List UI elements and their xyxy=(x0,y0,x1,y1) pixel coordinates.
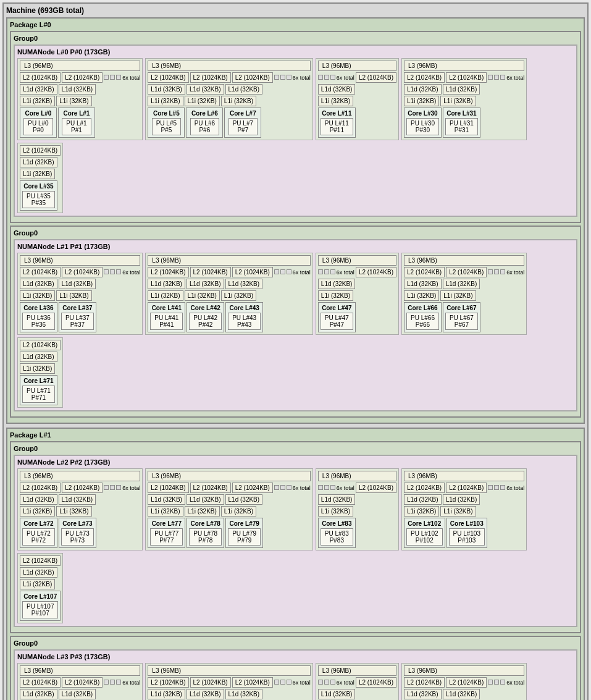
l1d-cache: L1d (32KB) xyxy=(318,689,356,699)
more-dots xyxy=(274,75,291,80)
group-title: Group0 xyxy=(14,639,577,647)
core-row: Core L#5PU L#5 P#5Core L#6PU L#6 P#6Core… xyxy=(148,108,311,138)
pu-box: PU L#73 P#73 xyxy=(61,528,94,546)
l1d-cache: L1d (32KB) xyxy=(225,689,263,699)
core-label: Core L#72 xyxy=(23,520,53,527)
core-label: Core L#6 xyxy=(191,110,218,117)
l3-cache: L3 (96MB) xyxy=(404,665,524,676)
core-label: Core L#79 xyxy=(229,520,259,527)
l3-cache: L3 (96MB) xyxy=(404,61,524,71)
pu-box: PU L#102 P#102 xyxy=(406,528,442,546)
cache-segment: L3 (96MB)6x totalL2 (1024KB)L1d (32KB)L1… xyxy=(316,253,399,335)
core-box: Core L#0PU L#0 P#0 xyxy=(20,108,57,138)
core-label: Core L#37 xyxy=(62,305,92,311)
pu-box: PU L#79 P#79 xyxy=(228,528,261,546)
l1d-row: L1d (32KB)L1d (32KB) xyxy=(404,689,524,699)
l1i-cache: L1i (32KB) xyxy=(20,169,55,179)
more-dots xyxy=(318,75,335,80)
pu-box: PU L#5 P#5 xyxy=(152,118,181,135)
core-box: Core L#67PU L#67 P#67 xyxy=(443,302,480,332)
core-box: Core L#103PU L#103 P#103 xyxy=(446,518,487,548)
machine-box: Machine (693GB total) Package L#0Group0N… xyxy=(2,2,589,700)
l2-cache: L2 (1024KB) xyxy=(404,267,445,277)
more-dots xyxy=(274,269,291,275)
l1i-cache: L1i (32KB) xyxy=(56,506,91,517)
numa-box: NUMANode L#2 P#2 (173GB)L3 (96MB)L2 (102… xyxy=(14,455,577,627)
numa-box: NUMANode L#3 P#3 (173GB)L3 (96MB)L2 (102… xyxy=(14,649,577,700)
core-row: Core L#36PU L#36 P#36Core L#37PU L#37 P#… xyxy=(20,302,140,332)
l2-row: 6x totalL2 (1024KB) xyxy=(318,267,396,277)
l2-cache: L2 (1024KB) xyxy=(446,677,487,688)
core-box: Core L#6PU L#6 P#6 xyxy=(186,108,223,138)
core-box: Core L#71PU L#71 P#71 xyxy=(20,375,57,405)
core-row: Core L#41PU L#41 P#41Core L#42PU L#42 P#… xyxy=(148,302,311,332)
l2-row: L2 (1024KB)L2 (1024KB)L2 (1024KB)6x tota… xyxy=(148,72,311,83)
l2-cache: L2 (1024KB) xyxy=(148,677,188,688)
l2-cache: L2 (1024KB) xyxy=(232,677,273,688)
pu-box: PU L#78 P#78 xyxy=(189,528,222,546)
l1d-cache: L1d (32KB) xyxy=(404,494,442,505)
l2-cache: L2 (1024KB) xyxy=(20,340,61,350)
l2-row: L2 (1024KB)L2 (1024KB)6x total xyxy=(404,677,524,688)
l3-cache: L3 (96MB) xyxy=(318,471,396,481)
core-box: Core L#77PU L#77 P#77 xyxy=(148,518,185,548)
pu-box: PU L#30 P#30 xyxy=(406,118,439,135)
l1d-cache: L1d (32KB) xyxy=(187,689,224,699)
l3-cache: L3 (96MB) xyxy=(20,61,140,71)
l3-cache: L3 (96MB) xyxy=(318,61,396,71)
pu-box: PU L#77 P#77 xyxy=(150,528,183,546)
core-label: Core L#7 xyxy=(230,110,256,117)
core-box: Core L#31PU L#31 P#31 xyxy=(443,108,480,138)
numa-title: NUMANode L#2 P#2 (173GB) xyxy=(17,458,574,466)
cache-segment: L3 (96MB)6x totalL2 (1024KB)L1d (32KB)L1… xyxy=(316,58,399,140)
l2-cache: L2 (1024KB) xyxy=(20,72,61,83)
core-box: Core L#1PU L#1 P#1 xyxy=(58,108,95,138)
core-label: Core L#83 xyxy=(322,520,351,527)
pu-box: PU L#83 P#83 xyxy=(321,528,353,546)
more-dots xyxy=(274,485,291,491)
l2-cache: L2 (1024KB) xyxy=(20,267,61,277)
l2-cache: L2 (1024KB) xyxy=(404,677,445,688)
l1i-row: L1i (32KB) xyxy=(20,363,61,374)
pu-box: PU L#7 P#7 xyxy=(228,118,258,135)
l1i-cache: L1i (32KB) xyxy=(20,506,55,517)
l1d-row: L1d (32KB)L1d (32KB) xyxy=(404,279,524,289)
cache-segment: L3 (96MB)6x totalL2 (1024KB)L1d (32KB)L1… xyxy=(316,663,399,700)
l1i-row: L1i (32KB) xyxy=(20,579,61,589)
l3-cache: L3 (96MB) xyxy=(148,61,311,71)
l1d-cache: L1d (32KB) xyxy=(59,494,96,505)
l1i-cache: L1i (32KB) xyxy=(440,506,476,517)
l1i-row: L1i (32KB)L1i (32KB) xyxy=(20,506,140,517)
l1i-cache: L1i (32KB) xyxy=(56,290,91,301)
numa-segments: L3 (96MB)L2 (1024KB)L2 (1024KB)6x totalL… xyxy=(17,468,574,623)
l2-cache: L2 (1024KB) xyxy=(148,483,188,493)
pu-box: PU L#103 P#103 xyxy=(449,528,485,546)
l2-cache: L2 (1024KB) xyxy=(62,483,103,493)
core-box: Core L#83PU L#83 P#83 xyxy=(318,518,356,548)
pu-box: PU L#42 P#42 xyxy=(189,313,222,330)
numa-box: NUMANode L#0 P#0 (173GB)L3 (96MB)L2 (102… xyxy=(14,44,577,217)
l2-row: 6x totalL2 (1024KB) xyxy=(318,483,396,493)
l2-cache: L2 (1024KB) xyxy=(356,677,396,688)
l1d-row: L1d (32KB) xyxy=(318,279,396,289)
cache-segment: L2 (1024KB)L1d (32KB)L1i (32KB)Core L#35… xyxy=(17,143,63,213)
l1i-row: L1i (32KB)L1i (32KB) xyxy=(404,290,524,301)
core-label: Core L#71 xyxy=(23,377,53,384)
core-label: Core L#43 xyxy=(229,305,259,311)
pu-box: PU L#66 P#66 xyxy=(406,313,439,330)
l2-cache: L2 (1024KB) xyxy=(190,72,231,83)
l1i-row: L1i (32KB)L1i (32KB) xyxy=(20,96,140,106)
l1i-cache: L1i (32KB) xyxy=(148,506,183,517)
l3-cache: L3 (96MB) xyxy=(20,255,140,266)
l1d-cache: L1d (32KB) xyxy=(59,279,96,289)
l1d-cache: L1d (32KB) xyxy=(225,84,263,95)
l2-row: L2 (1024KB)L2 (1024KB)6x total xyxy=(20,483,140,493)
core-label: Core L#47 xyxy=(322,305,351,311)
core-box: Core L#43PU L#43 P#43 xyxy=(225,302,263,332)
l1d-cache: L1d (32KB) xyxy=(148,84,185,95)
l1d-row: L1d (32KB)L1d (32KB) xyxy=(404,494,524,505)
l3-cache: L3 (96MB) xyxy=(404,471,524,481)
l1i-cache: L1i (32KB) xyxy=(221,506,256,517)
core-label: Core L#42 xyxy=(191,305,220,311)
numa-segments: L3 (96MB)L2 (1024KB)L2 (1024KB)6x totalL… xyxy=(17,253,574,408)
